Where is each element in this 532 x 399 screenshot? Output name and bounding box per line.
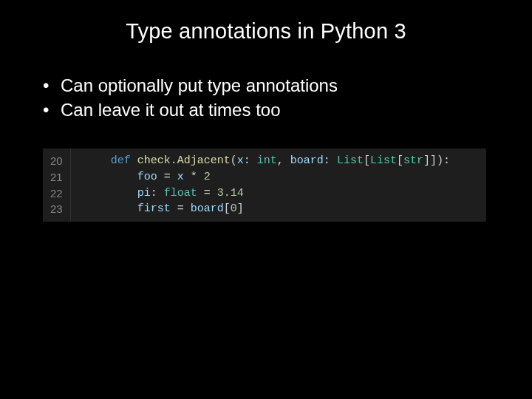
code-token: x [177,171,184,183]
code-line: foo = x * 2 [84,169,450,185]
line-number: 23 [50,201,63,217]
code-token: = [157,171,177,183]
code-token: pi [137,187,151,200]
code-token: , [277,154,290,167]
code-token: = [171,202,191,215]
code-token: = [197,187,217,200]
code-gutter: 20212223 [43,149,71,222]
code-token: board [191,202,224,215]
code-token: List [370,154,397,167]
code-token: 0 [231,202,237,215]
code-token: check [137,154,171,167]
slide-title: Type annotations in Python 3 [37,19,495,44]
code-line: def check.Adjacent(x: int, board: List[L… [84,153,450,169]
code-token: [ [397,154,403,167]
code-line: pi: float = 3.14 [84,185,450,202]
code-token: def [111,154,137,167]
code-token: x [237,154,244,167]
bullet-item: Can optionally put type annotations [41,73,495,98]
code-token: [ [364,154,370,167]
code-block: 20212223 def check.Adjacent(x: int, boar… [43,149,486,222]
code-token: ( [231,154,237,167]
code-token: foo [137,171,157,183]
code-token: : [324,154,337,167]
code-token: : [151,187,164,200]
code-token: float [164,187,197,200]
code-token: * [184,171,204,183]
code-content: def check.Adjacent(x: int, board: List[L… [71,149,460,222]
code-token: : [244,154,257,167]
code-token: 2 [204,171,211,183]
code-token: board [290,154,324,167]
code-token: str [403,154,423,167]
code-token: . [171,154,177,167]
code-token: 3.14 [217,187,244,200]
code-line: first = board[0] [84,201,450,217]
line-number: 22 [50,185,63,202]
code-token: Adjacent [177,154,231,167]
code-token: ]]): [423,154,450,167]
code-token: List [337,154,364,167]
bullet-item: Can leave it out at times too [41,98,495,122]
slide: Type annotations in Python 3 Can optiona… [0,0,532,399]
code-token: first [137,202,171,215]
code-token: [ [224,202,231,215]
bullet-list: Can optionally put type annotations Can … [41,73,495,122]
code-token: int [257,154,277,167]
line-number: 20 [50,153,63,169]
line-number: 21 [50,169,63,185]
code-token: ] [237,202,244,215]
